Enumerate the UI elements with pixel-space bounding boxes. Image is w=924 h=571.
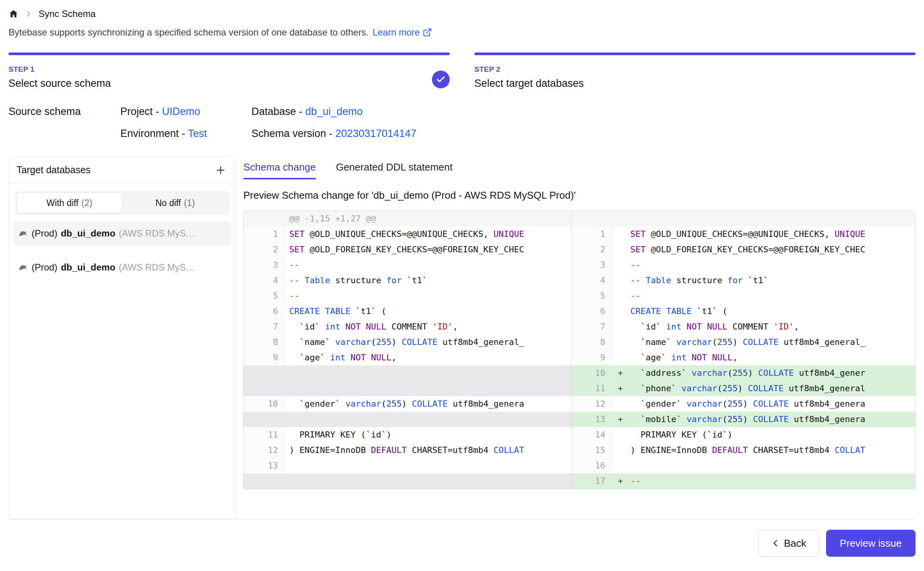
diff-line-number <box>244 211 285 226</box>
diff-code: ) ENGINE=InnoDB DEFAULT CHARSET=utf8mb4 … <box>285 443 571 458</box>
diff-add-marker <box>612 350 629 365</box>
diff-line-number: 16 <box>571 458 612 473</box>
external-link-icon <box>423 28 432 37</box>
back-button[interactable]: Back <box>758 530 819 557</box>
diff-row: 3--3-- <box>244 257 915 273</box>
tab-schema-change[interactable]: Schema change <box>243 161 316 179</box>
source-environment-field: Environment - Test <box>120 128 251 140</box>
diff-filter-toggle: With diff (2) No diff (1) <box>15 191 229 215</box>
database-engine-icon <box>18 262 28 272</box>
diff-code: SET @OLD_UNIQUE_CHECKS=@@UNIQUE_CHECKS, … <box>629 226 916 242</box>
diff-line-number: 4 <box>244 273 285 288</box>
source-schema-summary: Source schema Project - UIDemo Database … <box>8 106 916 140</box>
database-item-1[interactable]: (Prod) db_ui_demo (AWS RDS MyS… <box>13 221 231 246</box>
diff-row: 4-- Table structure for `t1`4-- Table st… <box>244 273 915 288</box>
diff-row: 9 `age` int NOT NULL,9 `age` int NOT NUL… <box>244 350 915 365</box>
add-target-database-button[interactable] <box>213 163 228 177</box>
diff-code: -- <box>285 288 571 304</box>
with-diff-count: (2) <box>81 198 92 208</box>
diff-add-marker: + <box>612 381 629 396</box>
diff-add-marker <box>612 288 629 304</box>
database-field-label: Database - <box>251 106 305 117</box>
source-schema-label: Source schema <box>8 106 120 118</box>
source-project-field: Project - UIDemo <box>120 106 251 118</box>
diff-code: SET @OLD_FOREIGN_KEY_CHECKS=@@FOREIGN_KE… <box>285 242 571 257</box>
page-title: Sync Schema <box>39 8 96 19</box>
diff-line-number: 1 <box>571 226 612 242</box>
diff-code: PRIMARY KEY (`id`) <box>285 427 571 443</box>
environment-link[interactable]: Test <box>188 128 207 139</box>
diff-code: `age` int NOT NULL, <box>285 350 571 365</box>
diff-row: 10 `gender` varchar(255) COLLATE utf8mb4… <box>244 396 915 412</box>
footer: Back Preview issue <box>8 519 916 557</box>
diff-line-number <box>244 412 285 427</box>
diff-line-number: 9 <box>571 350 612 365</box>
database-item-2[interactable]: (Prod) db_ui_demo (AWS RDS MyS… <box>13 255 231 280</box>
target-databases-panel: Target databases With diff (2) No diff (… <box>8 157 236 519</box>
breadcrumb: Sync Schema <box>8 5 916 22</box>
tab-generated-ddl[interactable]: Generated DDL statement <box>336 161 453 179</box>
with-diff-label: With diff <box>47 198 79 208</box>
step-2-title: Select target databases <box>474 78 584 90</box>
diff-row: 7 `id` int NOT NULL COMMENT 'ID',7 `id` … <box>244 319 915 334</box>
diff-line-number: 6 <box>571 304 612 319</box>
diff-line-number: 9 <box>244 350 285 365</box>
diff-row: 5--5-- <box>244 288 915 304</box>
diff-code: CREATE TABLE `t1` ( <box>285 304 571 319</box>
diff-line-number: 6 <box>244 304 285 319</box>
sync-schema-page: Sync Schema Bytebase supports synchroniz… <box>0 0 924 557</box>
diff-code: -- <box>629 257 916 273</box>
diff-add-marker <box>612 211 629 226</box>
diff-add-marker: + <box>612 412 629 427</box>
learn-more-link[interactable]: Learn more <box>373 27 432 38</box>
diff-code <box>629 458 916 473</box>
no-diff-count: (1) <box>184 198 195 208</box>
back-button-label: Back <box>784 537 806 549</box>
schema-version-link[interactable]: 20230317014147 <box>336 128 416 139</box>
diff-line-number: 8 <box>244 334 285 350</box>
database-name: db_ui_demo <box>61 228 115 239</box>
diff-line-number <box>244 381 285 396</box>
schema-diff[interactable]: @@ -1,15 +1,27 @@1SET @OLD_UNIQUE_CHECKS… <box>243 211 916 489</box>
diff-line-number: 3 <box>244 257 285 273</box>
diff-line-number: 17 <box>571 473 612 489</box>
diff-row: @@ -1,15 +1,27 @@ <box>244 211 915 226</box>
diff-line-number: 15 <box>571 443 612 458</box>
diff-code: `name` varchar(255) COLLATE utf8mb4_gene… <box>629 334 916 350</box>
tab-no-diff[interactable]: No diff (1) <box>122 193 228 213</box>
diff-line-number: 13 <box>571 412 612 427</box>
check-icon <box>436 74 446 84</box>
home-icon[interactable] <box>8 9 19 19</box>
target-panel-header: Target databases <box>9 157 236 183</box>
environment-field-label: Environment - <box>120 128 188 139</box>
diff-code: `age` int NOT NULL, <box>629 350 916 365</box>
project-link[interactable]: UIDemo <box>162 106 200 117</box>
database-name: db_ui_demo <box>61 262 115 273</box>
diff-row: 10+ `address` varchar(255) COLLATE utf8m… <box>244 365 915 381</box>
diff-line-number: 10 <box>571 365 612 381</box>
step-indicator: STEP 1 Select source schema STEP 2 Selec… <box>8 52 916 90</box>
step-1: STEP 1 Select source schema <box>8 52 450 90</box>
tab-with-diff[interactable]: With diff (2) <box>17 193 122 213</box>
diff-code: `mobile` varchar(255) COLLATE utf8mb4_ge… <box>629 412 916 427</box>
diff-code: -- <box>629 288 916 304</box>
step-2-progress-bar <box>474 52 916 55</box>
diff-line-number <box>244 473 285 489</box>
diff-code <box>285 381 571 396</box>
database-link[interactable]: db_ui_demo <box>305 106 363 117</box>
preview-title: Preview Schema change for 'db_ui_demo (P… <box>243 189 916 201</box>
diff-code <box>285 412 571 427</box>
diff-code: @@ -1,15 +1,27 @@ <box>285 211 571 226</box>
chevron-right-icon <box>25 10 32 18</box>
diff-row: 8 `name` varchar(255) COLLATE utf8mb4_ge… <box>244 334 915 350</box>
diff-code: -- Table structure for `t1` <box>629 273 916 288</box>
step-2: STEP 2 Select target databases <box>474 52 916 90</box>
preview-issue-button[interactable]: Preview issue <box>826 530 916 557</box>
diff-code: -- <box>285 257 571 273</box>
step-1-completed-indicator <box>432 71 450 88</box>
database-engine-icon <box>18 228 28 238</box>
diff-line-number <box>244 365 285 381</box>
diff-row: 13+ `mobile` varchar(255) COLLATE utf8mb… <box>244 412 915 427</box>
target-database-list: (Prod) db_ui_demo (AWS RDS MyS… (Prod) d… <box>9 221 236 280</box>
schema-version-field-label: Schema version - <box>251 128 336 139</box>
